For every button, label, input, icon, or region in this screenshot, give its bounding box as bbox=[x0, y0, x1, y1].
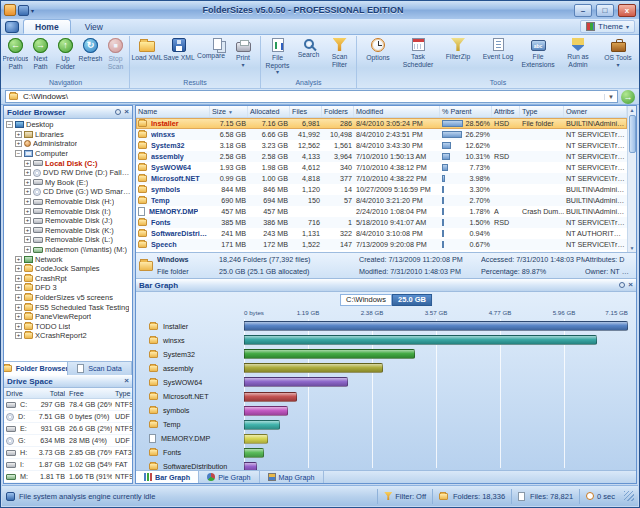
pin-icon[interactable] bbox=[115, 109, 121, 115]
expander-icon[interactable]: − bbox=[15, 150, 22, 157]
file-row-microsoft-net[interactable]: Microsoft.NET0.99 GB1.00 GB4,8183777/10/… bbox=[136, 173, 627, 184]
drive-row-d[interactable]: D:7.51 GB0 bytes (0%)UDF bbox=[4, 411, 132, 423]
drive-row-i[interactable]: I:1.87 GB1.02 GB (54%)FAT bbox=[4, 459, 132, 471]
next-path-button[interactable]: Next Path bbox=[28, 36, 53, 78]
theme-button[interactable]: Theme ▾ bbox=[580, 20, 635, 33]
file-row-memory-dmp[interactable]: MEMORY.DMP457 MB457 MB2/24/2010 1:08:04 … bbox=[136, 206, 627, 217]
column-header-name[interactable]: Name bbox=[136, 106, 210, 117]
app-menu-button[interactable] bbox=[5, 21, 19, 33]
tree-item-paneviewreport[interactable]: +PaneViewReport bbox=[4, 312, 132, 322]
expander-icon[interactable]: + bbox=[24, 227, 31, 234]
drive-row-h[interactable]: H:3.73 GB2.85 GB (76%)FAT32 bbox=[4, 447, 132, 459]
filterzip-button[interactable]: FilterZip bbox=[438, 36, 478, 78]
tree-item-dfd-3[interactable]: +DFD 3 bbox=[4, 283, 132, 293]
tree-item-xcrashreport2[interactable]: +XCrashReport2 bbox=[4, 331, 132, 341]
status-filter[interactable]: Filter: Off bbox=[377, 489, 432, 504]
drive-row-g[interactable]: G:634 MB28 MB (4%)UDF bbox=[4, 435, 132, 447]
expander-icon[interactable]: + bbox=[24, 246, 31, 253]
tree-item-fs5-scheduled-task-testing[interactable]: +FS5 Scheduled Task Testing bbox=[4, 302, 132, 312]
tab-home[interactable]: Home bbox=[23, 19, 71, 34]
expander-icon[interactable]: + bbox=[24, 236, 31, 243]
column-header-modified[interactable]: Modified bbox=[354, 106, 440, 117]
column-header-size[interactable]: Size▼ bbox=[210, 106, 248, 117]
file-row-temp[interactable]: Temp690 MB694 MB150578/4/2010 3:21:20 PM… bbox=[136, 195, 627, 206]
tree-item-dvd-rw-drive-d-fallout-3[interactable]: +DVD RW Drive (D:) Fallout 3 bbox=[4, 168, 132, 178]
tab-folder-browser[interactable]: Folder Browser bbox=[4, 362, 68, 375]
file-row-installer[interactable]: Installer7.15 GB7.16 GB6,9812868/4/2010 … bbox=[136, 118, 627, 129]
file-reports-button[interactable]: File Reports▾ bbox=[262, 36, 293, 78]
expander-icon[interactable]: + bbox=[24, 217, 31, 224]
tree-item-removable-disk-l[interactable]: +Removable Disk (L:) bbox=[4, 235, 132, 245]
os-tools-button[interactable]: OS Tools▾ bbox=[598, 36, 638, 78]
file-row-assembly[interactable]: assembly2.58 GB2.58 GB4,1333,9647/10/201… bbox=[136, 151, 627, 162]
expander-icon[interactable]: + bbox=[15, 140, 22, 147]
expander-icon[interactable]: + bbox=[24, 160, 31, 167]
column-header-free[interactable]: Free bbox=[65, 389, 112, 398]
column-header-allocated[interactable]: Allocated bbox=[248, 106, 290, 117]
close-icon[interactable]: × bbox=[124, 108, 129, 116]
scroll-thumb[interactable] bbox=[629, 115, 636, 153]
expander-icon[interactable]: + bbox=[24, 179, 31, 186]
column-header-attribs[interactable]: Attribs bbox=[492, 106, 520, 117]
pin-icon[interactable] bbox=[619, 282, 625, 288]
file-row-winsxs[interactable]: winsxs6.58 GB6.66 GB41,99210,4988/4/2010… bbox=[136, 129, 627, 140]
column-header-type[interactable]: Type bbox=[520, 106, 564, 117]
search-button[interactable]: Search bbox=[293, 36, 324, 78]
close-icon[interactable]: × bbox=[124, 377, 129, 385]
event-log-button[interactable]: Event Log bbox=[478, 36, 518, 78]
expander-icon[interactable]: + bbox=[15, 284, 22, 291]
expander-icon[interactable]: + bbox=[15, 275, 22, 282]
print-button[interactable]: Print▾ bbox=[227, 36, 259, 78]
tree-item-codejock-samples[interactable]: +CodeJock Samples bbox=[4, 264, 132, 274]
column-header-type[interactable]: Type bbox=[112, 389, 132, 398]
refresh-button[interactable]: Refresh bbox=[78, 36, 103, 78]
app-icon[interactable] bbox=[4, 4, 16, 16]
column-header-drive[interactable]: Drive bbox=[4, 389, 31, 398]
tree-item-removable-disk-i[interactable]: +Removable Disk (I:) bbox=[4, 206, 132, 216]
expander-icon[interactable]: + bbox=[15, 265, 22, 272]
address-field[interactable]: C:\Windows\ ▼ bbox=[5, 90, 618, 103]
quick-access-dropdown-icon[interactable]: ▾ bbox=[31, 7, 34, 14]
file-row-speech[interactable]: Speech171 MB172 MB1,5221477/13/2009 9:20… bbox=[136, 239, 627, 250]
expander-icon[interactable]: + bbox=[15, 304, 22, 311]
file-extensions-button[interactable]: File Extensions bbox=[518, 36, 558, 78]
drive-row-c[interactable]: C:297 GB78.4 GB (26%)NTFS bbox=[4, 399, 132, 411]
expander-icon[interactable]: + bbox=[15, 131, 22, 138]
scroll-up-icon[interactable]: ▲ bbox=[630, 106, 635, 114]
expander-icon[interactable]: + bbox=[24, 169, 31, 176]
file-row-softwaredistribution[interactable]: SoftwareDistribution241 MB243 MB1,131322… bbox=[136, 228, 627, 239]
tree-item-mdaemon-mantis-m[interactable]: +mdaemon (\\mantis) (M:) bbox=[4, 245, 132, 255]
tree-item-removable-disk-j[interactable]: +Removable Disk (J:) bbox=[4, 216, 132, 226]
tab-view[interactable]: View bbox=[73, 19, 115, 34]
tree-item-cd-drive-g-wd-smartware[interactable]: +CD Drive (G:) WD SmartWare bbox=[4, 187, 132, 197]
close-button[interactable]: x bbox=[618, 4, 636, 17]
file-row-symbols[interactable]: symbols844 MB846 MB1,1201410/27/2009 5:1… bbox=[136, 184, 627, 195]
tree-item-desktop[interactable]: −Desktop bbox=[4, 120, 132, 130]
previous-path-button[interactable]: Previous Path bbox=[3, 36, 28, 78]
load-xml-button[interactable]: Load XML bbox=[131, 36, 163, 78]
expander-icon[interactable]: + bbox=[15, 323, 22, 330]
run-as-admin-button[interactable]: Run as Admin bbox=[558, 36, 598, 78]
expander-icon[interactable]: − bbox=[6, 121, 13, 128]
chart-selected-path[interactable]: C:\Windows 25.0 GB bbox=[340, 294, 432, 306]
tree-item-removable-disk-k[interactable]: +Removable Disk (K:) bbox=[4, 226, 132, 236]
scan-filter-button[interactable]: Scan Filter bbox=[324, 36, 355, 78]
expander-icon[interactable]: + bbox=[24, 198, 31, 205]
expander-icon[interactable]: + bbox=[24, 208, 31, 215]
expander-icon[interactable]: + bbox=[15, 294, 22, 301]
tree-item-local-disk-c[interactable]: +Local Disk (C:) bbox=[4, 158, 132, 168]
tree-item-my-book-e[interactable]: +My Book (E:) bbox=[4, 178, 132, 188]
go-button[interactable]: → bbox=[621, 90, 635, 104]
drive-row-m[interactable]: M:1.81 TB1.66 TB (91%)NTFS bbox=[4, 471, 132, 483]
expander-icon[interactable]: + bbox=[15, 332, 22, 339]
expander-icon[interactable]: + bbox=[15, 313, 22, 320]
maximize-button[interactable]: □ bbox=[596, 4, 614, 17]
stop-scan-button[interactable]: Stop Scan bbox=[103, 36, 128, 78]
task-scheduler-button[interactable]: Task Scheduler bbox=[398, 36, 438, 78]
save-xml-button[interactable]: Save XML bbox=[163, 36, 195, 78]
up-folder-button[interactable]: Up Folder bbox=[53, 36, 78, 78]
column-header-files[interactable]: Files bbox=[290, 106, 322, 117]
tree-item-foldersizes-v5-screens[interactable]: +FolderSizes v5 screens bbox=[4, 293, 132, 303]
address-dropdown-icon[interactable]: ▼ bbox=[604, 94, 614, 100]
minimize-button[interactable]: – bbox=[574, 4, 592, 17]
